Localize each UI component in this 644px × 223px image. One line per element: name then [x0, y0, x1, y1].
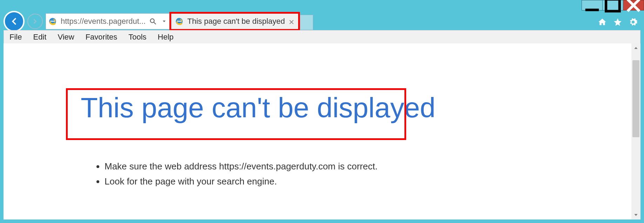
close-button[interactable] [623, 0, 644, 11]
chevron-down-icon[interactable] [160, 18, 168, 25]
browser-tools [598, 18, 638, 28]
menu-bar: File Edit View Favorites Tools Help [4, 30, 640, 44]
svg-point-5 [150, 19, 154, 23]
menu-file[interactable]: File [9, 33, 22, 42]
svg-rect-1 [606, 0, 620, 11]
menu-favorites[interactable]: Favorites [86, 33, 117, 42]
forward-button[interactable] [27, 14, 43, 29]
svg-line-6 [154, 22, 156, 25]
error-tips-list: Make sure the web address https://events… [95, 161, 377, 191]
gear-icon[interactable] [629, 18, 638, 28]
navigation-bar: https://events.pagerdut... [4, 12, 183, 31]
error-tip: Look for the page with your search engin… [105, 176, 377, 187]
svg-rect-0 [585, 9, 599, 11]
annotation-tab-highlight [169, 12, 300, 31]
annotation-heading-highlight [66, 88, 406, 140]
scroll-thumb[interactable] [632, 60, 639, 137]
url-text[interactable]: https://events.pagerdut... [61, 17, 146, 26]
menu-tools[interactable]: Tools [128, 33, 146, 42]
address-bar[interactable]: https://events.pagerdut... [46, 13, 183, 29]
maximize-button[interactable] [603, 0, 623, 11]
menu-view[interactable]: View [58, 33, 74, 42]
search-icon[interactable] [149, 18, 157, 25]
error-tip: Make sure the web address https://events… [105, 161, 377, 172]
browser-window: https://events.pagerdut... This page can… [0, 0, 644, 223]
menu-edit[interactable]: Edit [33, 33, 46, 42]
ie-icon [48, 17, 57, 26]
minimize-button[interactable] [582, 0, 603, 11]
home-icon[interactable] [598, 18, 607, 28]
star-icon[interactable] [613, 18, 622, 28]
svg-rect-4 [51, 21, 54, 21]
page-content: This page can't be displayed Make sure t… [4, 43, 640, 219]
new-tab-button[interactable] [300, 15, 313, 30]
back-button[interactable] [4, 11, 25, 32]
menu-help[interactable]: Help [158, 33, 174, 42]
scroll-down-icon[interactable] [631, 210, 640, 219]
scrollbar[interactable] [631, 43, 640, 219]
scroll-up-icon[interactable] [631, 43, 640, 53]
window-controls [582, 0, 644, 11]
